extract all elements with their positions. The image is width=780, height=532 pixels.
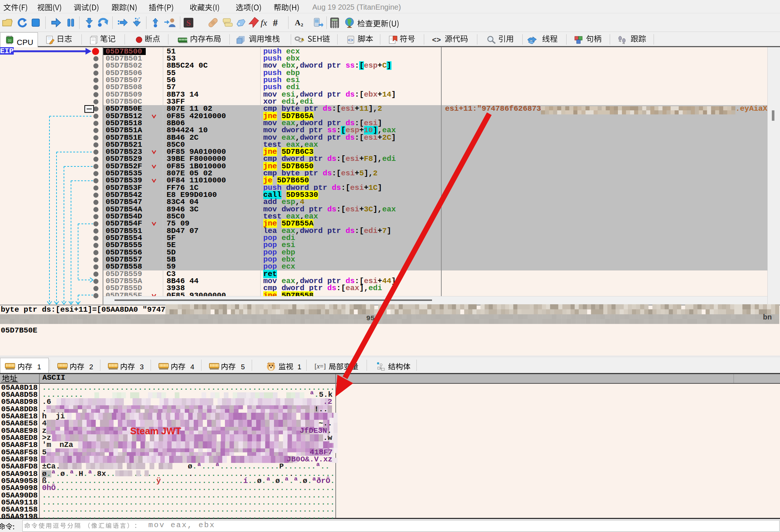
svg-text:<>: <> [432, 36, 441, 44]
svg-text:fx: fx [261, 18, 267, 27]
svg-text:S: S [186, 18, 191, 27]
svg-text:EIP: EIP [0, 47, 14, 55]
svg-text:32: 32 [8, 39, 12, 42]
svg-text:2: 2 [301, 22, 303, 27]
svg-text:#: # [273, 17, 278, 28]
svg-text:A: A [295, 18, 301, 27]
svg-text:<>: <> [348, 38, 353, 43]
